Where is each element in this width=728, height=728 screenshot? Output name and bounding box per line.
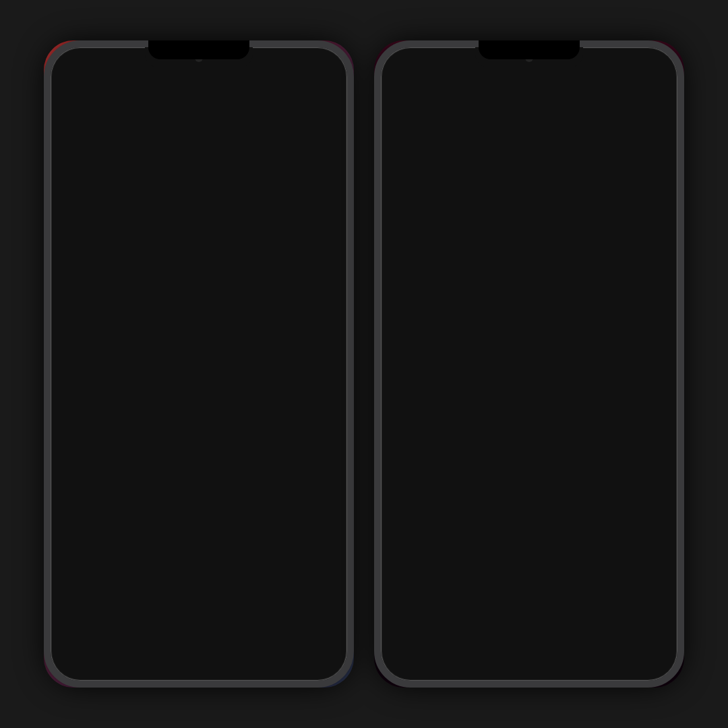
brightness-slider-right[interactable]: ☀️ (382, 305, 453, 386)
forecast-right: Now33 1632 1731 1831 18:55Sunset 1929 20… (393, 122, 665, 146)
chance-right: Chance of Rain: 10% (435, 103, 505, 111)
forecast-sunset: 18:55 Sunset (232, 127, 253, 146)
bottom-row-right: 🖥 Screen Mirroring 🔋 📱 (382, 392, 676, 433)
screen-mirror-btn-right[interactable]: 🖥 Screen Mirroring (382, 392, 524, 433)
np-time-left: 0:07 ━━━━━━━━━━━ 3:21 (117, 445, 276, 454)
weather-widget-right: ☁️ Tokyo Mostly Cloudy Chance of Rain: 1… (382, 67, 676, 154)
timer-icon-right: ⏱ (632, 171, 651, 193)
right-screen: ☁️ Tokyo Mostly Cloudy Chance of Rain: 1… (374, 40, 684, 688)
forecast-20: 20 29 (325, 127, 334, 146)
desc-left: Mostly Cloudy (104, 95, 175, 103)
airdrop-btn-right[interactable]: 📲 (382, 257, 452, 300)
timer-btn-right[interactable]: ⏱ (607, 160, 676, 203)
third-row-right: 📲 🔗 🔦 🔒 (382, 257, 676, 300)
left-phone: ☁️ Tokyo Mostly Cloudy Chance of Rain: 1… (44, 40, 354, 688)
volume-slider-right[interactable]: 🔊 (458, 305, 529, 386)
mw-title: mood (541, 319, 669, 330)
camera-icon-right: 📷 (630, 219, 653, 241)
notch-right (479, 40, 580, 59)
utility-block-right: 🌙 ⏱ 🔢 📷 (532, 160, 676, 251)
airdrop-icon-left: 📲 (78, 283, 96, 301)
bluetooth-icon-left: ✹ (305, 229, 318, 247)
lock-rotation-btn[interactable]: 🔒 (204, 322, 272, 359)
flashlight-btn-left[interactable]: 🔦 (278, 322, 346, 359)
bluetooth-btn-left[interactable]: ✹ (276, 214, 346, 262)
weather-widget-left: ☁️ Tokyo Mostly Cloudy Chance of Rain: 1… (52, 67, 346, 154)
airplane-icon-left: ✈️ (75, 227, 98, 249)
temp-range-right: 33° / 27° (625, 106, 666, 117)
music-widget-right: mood / potatefly mood Freshman Fellows ≡… (535, 305, 676, 386)
mw-menu-icon[interactable]: ≡ (541, 366, 547, 378)
volume-icon-left: 🔊 (158, 385, 169, 396)
forecast-16: 16 32 (109, 127, 118, 146)
chain-icon-right: 🔗 (483, 270, 501, 287)
menu-btn-left[interactable]: ≡ (284, 429, 293, 447)
camera-btn[interactable]: 📷 (276, 160, 346, 208)
screen-time-btn[interactable]: ⏱ (127, 160, 196, 208)
chain-btn-right[interactable]: 🔗 (457, 257, 526, 300)
bluetooth-btn-right[interactable]: ✹ (457, 208, 526, 251)
screen-mirror-label-right: Screen Mirroring (436, 409, 486, 417)
skip-btn-left[interactable]: ⏭ (322, 429, 336, 447)
airdrop-icon-right: 📲 (408, 270, 426, 287)
camera-btn-right[interactable]: 📷 (607, 208, 676, 251)
timer-icon: ⏱ (153, 174, 171, 195)
lock-rotation-btn-right[interactable]: 🔒 (607, 257, 676, 300)
do-not-disturb-btn[interactable]: 🌙 (52, 160, 121, 208)
mw-artist: Freshman Fellows (541, 330, 669, 338)
temp-left: 33° (295, 75, 336, 105)
forecast-left: Now 33 16 32 17 31 18 31 (63, 122, 335, 146)
mw-play-icon[interactable]: ⏸ (637, 364, 650, 380)
forecast-19: 19 29 (284, 127, 294, 146)
play-pause-btn-left[interactable]: ⏸ (300, 429, 315, 447)
city-right: Tokyo (435, 82, 505, 95)
cellular-btn-left[interactable]: 📡 (127, 214, 196, 262)
brightness-slider-left[interactable]: ☀️ (52, 322, 123, 402)
brightness-icon-left: ☀️ (81, 383, 94, 396)
dnd-btn-right[interactable]: 🌙 (532, 160, 601, 203)
mw-controls: ≡ ⏸ ⏭ (541, 364, 669, 380)
mw-skip-icon[interactable]: ⏭ (656, 364, 669, 380)
flashlight-btn-right[interactable]: 🔦 (532, 257, 601, 300)
wifi-btn-right[interactable] (382, 208, 452, 251)
cloud-icon-left: ☁️ (63, 82, 98, 111)
wifi-icon-left (227, 227, 246, 249)
airplane-btn-left[interactable]: ✈️ (52, 214, 121, 262)
temp-right: 33° (625, 75, 666, 105)
bluetooth-icon-right: ✹ (486, 221, 498, 239)
screen-mirror-icon-left: 🖥 (270, 372, 280, 384)
forecast-18: 18 31 (191, 127, 200, 146)
right-phone: ☁️ Tokyo Mostly Cloudy Chance of Rain: 1… (374, 40, 684, 688)
airdrop-btn-left[interactable]: 📲 (52, 268, 121, 316)
right-control-center: ☁️ Tokyo Mostly Cloudy Chance of Rain: 1… (382, 67, 676, 679)
battery-icon-right: 🔋 (555, 404, 574, 421)
buttons-row2-left: ✈️ 📡 ✹ (52, 214, 346, 316)
volume-slider-left[interactable]: 🔊 (128, 322, 199, 402)
display-btn-right[interactable]: 📱 (605, 392, 676, 433)
chance-left: Chance of Rain: 10% (104, 103, 175, 111)
camera-icon: 📷 (301, 174, 322, 195)
screen-mirroring-btn-left[interactable]: 🖥 Screen Mirroring (204, 365, 346, 402)
lock-rotation-icon-right: 🔒 (632, 270, 650, 287)
volume-icon-right: 🔊 (489, 370, 499, 380)
cellular-btn-right[interactable]: 📡 (457, 160, 526, 203)
screen-mirror-label-left: Screen Mirroring (250, 388, 300, 396)
calculator-btn-right[interactable]: 🔢 (532, 208, 601, 251)
notch-left (148, 40, 249, 59)
desc-right: Mostly Cloudy (435, 95, 505, 103)
wifi-icon-right (408, 219, 427, 241)
np-controls-left: ≡ ⏸ ⏭ (284, 429, 336, 447)
wifi-btn-left[interactable] (202, 214, 271, 262)
calculator-btn[interactable]: 🔢 (202, 160, 271, 208)
cloud-icon-right: ☁️ (393, 82, 428, 111)
airplane-icon-right: ✈️ (405, 171, 429, 193)
left-control-center: ☁️ Tokyo Mostly Cloudy Chance of Rain: 1… (52, 67, 346, 679)
display-icon-right: 📱 (632, 404, 650, 421)
calculator-icon: 🔢 (226, 174, 247, 195)
connectivity-block-right: ✈️ 📡 (382, 160, 526, 251)
right-controls: 🔒 🔦 🖥 Screen Mirroring (204, 322, 346, 402)
airplane-btn-right[interactable]: ✈️ (382, 160, 452, 203)
battery-btn-right[interactable]: 🔋 (529, 392, 600, 433)
temp-range-left: 33° / 27° (295, 106, 336, 117)
city-left: Tokyo (104, 82, 175, 95)
